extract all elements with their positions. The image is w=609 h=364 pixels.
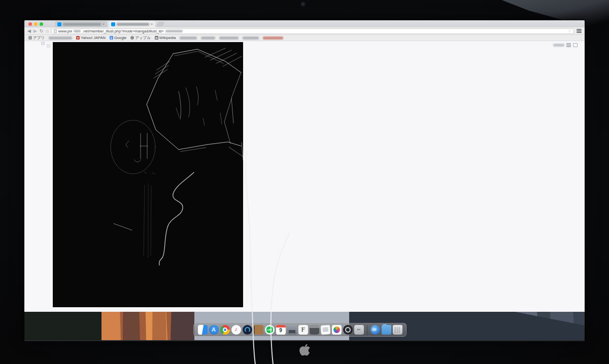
photos-icon[interactable] bbox=[332, 325, 342, 335]
tab-title-blurred bbox=[117, 23, 149, 26]
pixiv-favicon bbox=[57, 22, 61, 26]
dock: A ♪ LINE 9 F ✂ bbox=[193, 323, 407, 337]
gray-panel-app-icon[interactable] bbox=[287, 325, 297, 335]
line-app-icon[interactable]: LINE bbox=[265, 325, 275, 335]
imac-screen: Chrome ファイル 編集 表示 履歴 ブックマーク ユーザー ウインドウ ヘ… bbox=[24, 20, 585, 341]
bookmark-blurred[interactable] bbox=[263, 37, 283, 40]
tab-close-icon[interactable]: × bbox=[103, 22, 105, 26]
new-tab-button[interactable] bbox=[156, 22, 164, 26]
bookmark-blurred[interactable] bbox=[243, 37, 259, 40]
tab-close-icon[interactable]: × bbox=[151, 22, 153, 26]
browser-tab-1[interactable]: × bbox=[55, 21, 107, 27]
apps-grid-icon bbox=[28, 36, 32, 40]
bookmark-apple[interactable]: アップル bbox=[130, 35, 151, 41]
bookmark-star-icon[interactable]: ☆ bbox=[568, 29, 571, 33]
tab-title-blurred bbox=[63, 23, 101, 26]
imac-chin-apple-logo bbox=[299, 343, 312, 358]
bookmark-google[interactable]: G Google bbox=[110, 35, 126, 40]
reload-icon[interactable]: ↻ bbox=[40, 29, 44, 33]
chrome-window: × × ◀ ▶ ↻ ⌂ www.pix .net/member_illust.p… bbox=[24, 46, 273, 337]
address-bar[interactable]: www.pix .net/member_illust.php?mode=mang… bbox=[51, 28, 574, 34]
tab-strip: × × bbox=[24, 20, 585, 27]
url-start: www.pix bbox=[58, 29, 73, 33]
chrome-menu-icon[interactable] bbox=[577, 29, 582, 33]
apple-bookmark-icon bbox=[130, 36, 134, 40]
minimize-window-button[interactable] bbox=[34, 22, 38, 26]
chrome-icon[interactable] bbox=[220, 325, 230, 335]
bookmark-yahoo-japan[interactable]: Y! Yahoo! JAPAN bbox=[76, 35, 106, 40]
bookmark-blurred[interactable] bbox=[219, 37, 239, 40]
bookmarks-bar: アプリ Y! Yahoo! JAPAN G Google アップル W Wiki… bbox=[24, 35, 585, 41]
bookmark-wikipedia[interactable]: W Wikipedia bbox=[155, 35, 176, 40]
bookmark-label: アップル bbox=[135, 35, 151, 41]
sketch-lines bbox=[53, 42, 243, 307]
document-app-icon[interactable] bbox=[320, 324, 330, 335]
close-window-button[interactable] bbox=[28, 22, 32, 26]
url-path: .net/member_illust.php?mode=manga&illust… bbox=[82, 29, 164, 33]
zoom-window-button[interactable] bbox=[40, 22, 43, 26]
trash-icon[interactable] bbox=[393, 325, 402, 335]
f-app-icon[interactable]: F bbox=[298, 325, 308, 335]
itunes-icon[interactable]: ♪ bbox=[231, 325, 241, 335]
pixiv-manga-page bbox=[24, 41, 585, 312]
app-store-icon[interactable]: A bbox=[209, 325, 219, 335]
imac-camera bbox=[301, 2, 306, 7]
bookmark-blurred[interactable] bbox=[180, 37, 197, 40]
bookmark-label: Yahoo! JAPAN bbox=[81, 35, 106, 40]
bookmark-blurred[interactable] bbox=[49, 37, 72, 40]
artwork-image[interactable] bbox=[53, 42, 243, 307]
list-view-icon[interactable] bbox=[566, 43, 571, 47]
dock-divider bbox=[367, 325, 367, 335]
manga-view-controls bbox=[553, 43, 578, 47]
bookmark-apps[interactable]: アプリ bbox=[28, 35, 45, 41]
bookmark-blurred[interactable] bbox=[201, 37, 215, 40]
page-icon bbox=[54, 29, 57, 33]
lens-app-icon[interactable] bbox=[343, 325, 353, 335]
bookmark-label: Wikipedia bbox=[159, 35, 176, 40]
page-mini-icon[interactable] bbox=[47, 44, 50, 48]
pixiv-favicon bbox=[111, 22, 115, 26]
yahoo-icon: Y! bbox=[76, 36, 80, 40]
window-controls bbox=[28, 22, 43, 26]
page-mini-icon[interactable] bbox=[41, 42, 45, 45]
blue-swirl-app-icon[interactable] bbox=[243, 325, 252, 335]
forward-icon[interactable]: ▶ bbox=[33, 29, 37, 33]
bookmark-label: Google bbox=[114, 35, 126, 40]
url-id-blurred bbox=[165, 30, 183, 32]
browser-tab-2-active[interactable]: × bbox=[109, 21, 155, 27]
home-icon[interactable]: ⌂ bbox=[46, 29, 48, 33]
box-app-icon[interactable] bbox=[310, 325, 319, 335]
google-icon: G bbox=[110, 36, 113, 40]
finder-icon[interactable] bbox=[198, 325, 208, 335]
page-count-blurred bbox=[553, 44, 564, 47]
line-label: LINE bbox=[265, 325, 275, 335]
notebook-app-icon[interactable] bbox=[254, 325, 263, 335]
grab-app-icon[interactable]: ✂ bbox=[354, 325, 364, 335]
back-icon[interactable]: ◀ bbox=[27, 29, 31, 33]
screen-bottom-bezel bbox=[24, 340, 585, 341]
browser-toolbar: ◀ ▶ ↻ ⌂ www.pix .net/member_illust.php?m… bbox=[24, 27, 585, 35]
calendar-icon[interactable]: 9 bbox=[276, 325, 286, 335]
image-view-icon[interactable] bbox=[573, 43, 578, 47]
url-domain-blurred bbox=[74, 30, 81, 32]
wikipedia-icon: W bbox=[155, 36, 158, 40]
downloads-folder-icon[interactable] bbox=[382, 325, 391, 335]
globe-stack-icon[interactable] bbox=[370, 325, 380, 335]
bookmark-label: アプリ bbox=[33, 35, 45, 41]
